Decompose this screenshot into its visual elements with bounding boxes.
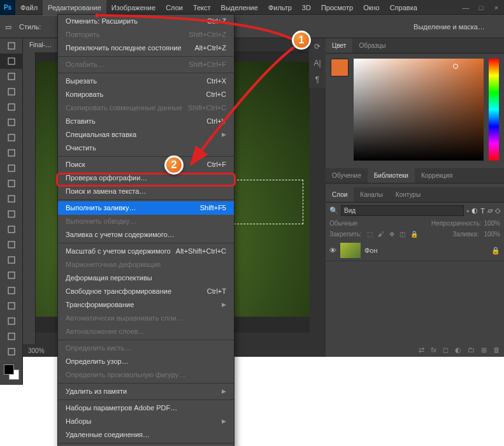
menu-item[interactable]: Свободное трансформированиеCtrl+T (58, 285, 234, 298)
healing-tool-icon[interactable] (0, 145, 23, 161)
wand-tool-icon[interactable] (0, 84, 23, 99)
lasso-tool-icon[interactable] (0, 69, 23, 84)
menu-item[interactable]: ВырезатьCtrl+X (58, 75, 234, 88)
menu-item[interactable]: Поиск и замена текста… (58, 185, 234, 198)
close-icon[interactable]: × (491, 0, 501, 15)
move-tool-icon[interactable] (0, 38, 23, 54)
tab-adjustments[interactable]: Коррекция (415, 168, 459, 183)
minimize-icon[interactable]: — (461, 0, 471, 15)
tab-channels[interactable]: Каналы (354, 187, 389, 202)
menu-файл[interactable]: Файл (15, 0, 43, 15)
maximize-icon[interactable]: □ (476, 0, 486, 15)
filter-smart-icon[interactable]: ◇ (495, 206, 500, 215)
menu-окно[interactable]: Окно (358, 0, 385, 15)
menu-item[interactable]: Масштаб с учетом содержимогоAlt+Shift+Ct… (58, 245, 234, 258)
blend-mode-select[interactable]: Обычные (329, 220, 357, 227)
layer-filter-select[interactable] (341, 205, 464, 216)
lock-artboard-icon[interactable]: ◫ (400, 231, 405, 238)
opacity-value[interactable]: 100% (484, 220, 500, 227)
menu-item[interactable]: Специальная вставка▶ (58, 128, 234, 141)
menu-item[interactable]: Наборы▶ (58, 415, 234, 428)
menu-item[interactable]: Наборы параметров Adobe PDF… (58, 401, 234, 415)
menu-item[interactable]: КопироватьCtrl+C (58, 88, 234, 101)
menu-редактирование[interactable]: Редактирование (43, 0, 106, 15)
type-tool-icon[interactable] (0, 283, 23, 298)
lock-trans-icon[interactable]: ⬚ (367, 231, 373, 238)
menu-item[interactable]: Переключить последнее состояниеAlt+Ctrl+… (58, 41, 234, 55)
file-tab[interactable]: Final-… (23, 38, 58, 52)
filter-adjust-icon[interactable]: ◐ (472, 206, 478, 215)
menu-item[interactable]: Удаленные соединения… (58, 428, 234, 442)
frame-tool-icon[interactable] (0, 115, 23, 130)
menu-item[interactable]: Заливка с учетом содержимого… (58, 228, 234, 241)
eyedropper-tool-icon[interactable] (0, 130, 23, 145)
menu-item[interactable]: Трансформирование▶ (58, 298, 234, 312)
tab-color[interactable]: Цвет (326, 38, 352, 53)
menu-item[interactable]: ВставитьCtrl+V (58, 115, 234, 128)
marquee-tool-icon[interactable] (0, 54, 23, 69)
path-tool-icon[interactable] (0, 298, 23, 313)
group-icon[interactable]: 🗀 (468, 346, 475, 354)
eraser-tool-icon[interactable] (0, 206, 23, 222)
menu-item[interactable]: Удалить из памяти▶ (58, 385, 234, 398)
fg-color[interactable] (4, 364, 14, 375)
tab-layers[interactable]: Слои (326, 187, 354, 202)
adjustment-layer-icon[interactable]: ◐ (455, 346, 461, 354)
brush-tool-icon[interactable] (0, 161, 23, 176)
hand-tool-icon[interactable] (0, 329, 23, 344)
menu-слои[interactable]: Слои (161, 0, 188, 15)
lock-paint-icon[interactable]: 🖌 (378, 231, 384, 238)
search-icon[interactable]: 🔍 (329, 206, 338, 215)
fg-bg-swatches[interactable] (0, 362, 23, 385)
menu-выделение[interactable]: Выделение (216, 0, 263, 15)
mask-icon[interactable]: ◻ (443, 346, 449, 354)
tab-paths[interactable]: Контуры (389, 187, 427, 202)
tab-libraries[interactable]: Библиотеки (368, 168, 415, 183)
menu-просмотр[interactable]: Просмотр (316, 0, 358, 15)
tab-swatches[interactable]: Образцы (352, 38, 392, 53)
stamp-tool-icon[interactable] (0, 176, 23, 191)
zoom-level[interactable]: 300% (28, 347, 45, 354)
lock-move-icon[interactable]: ✥ (389, 231, 394, 238)
fx-icon[interactable]: fx (431, 346, 436, 354)
layer-thumbnail[interactable] (340, 243, 361, 258)
visibility-eye-icon[interactable]: 👁 (329, 247, 336, 254)
lock-all-icon[interactable]: 🔒 (410, 231, 418, 238)
crop-tool-icon[interactable] (0, 99, 23, 115)
menu-item[interactable]: Очистить (58, 141, 234, 155)
menu-изображение[interactable]: Изображение (106, 0, 161, 15)
select-and-mask-button[interactable]: Выделение и маска… (414, 23, 485, 31)
menu-item[interactable]: Проверка орфографии… (58, 171, 234, 185)
menu-item[interactable]: ПоискCtrl+F (58, 158, 234, 171)
blur-tool-icon[interactable] (0, 237, 23, 252)
layer-name[interactable]: Фон (364, 247, 378, 254)
pen-tool-icon[interactable] (0, 268, 23, 283)
menu-item[interactable]: Определить узор… (58, 355, 234, 368)
character-icon[interactable]: A| (309, 55, 326, 71)
filter-text-icon[interactable]: T (480, 207, 485, 215)
delete-layer-icon[interactable]: 🗑 (493, 346, 500, 354)
hue-slider[interactable] (489, 59, 499, 161)
marquee-tool-icon[interactable]: ▭ (5, 23, 11, 31)
fill-value[interactable]: 100% (484, 231, 500, 238)
menu-фильтр[interactable]: Фильтр (263, 0, 297, 15)
paragraph-icon[interactable]: ¶ (309, 71, 326, 88)
layer-row[interactable]: 👁 Фон 🔒 (326, 240, 504, 261)
dodge-tool-icon[interactable] (0, 252, 23, 268)
zoom-tool-icon[interactable] (0, 344, 23, 359)
history-icon[interactable]: ⟳ (309, 38, 326, 55)
menu-текст[interactable]: Текст (188, 0, 216, 15)
filter-image-icon[interactable]: ▫ (466, 207, 469, 215)
color-field[interactable] (354, 59, 484, 161)
filter-shape-icon[interactable]: ▱ (487, 206, 493, 215)
menu-3d[interactable]: 3D (297, 0, 316, 15)
rectangle-tool-icon[interactable] (0, 313, 23, 329)
menu-item[interactable]: Отменить: РасширитьCtrl+Z (58, 15, 234, 28)
menu-item[interactable]: Деформация перспективы (58, 271, 234, 285)
foreground-swatch[interactable] (331, 59, 349, 76)
menu-справка[interactable]: Справка (385, 0, 422, 15)
new-layer-icon[interactable]: ⊞ (481, 346, 487, 354)
menu-item[interactable]: Выполнить заливку…Shift+F5 (58, 201, 234, 215)
tab-learn[interactable]: Обучение (326, 168, 368, 183)
history-brush-tool-icon[interactable] (0, 191, 23, 206)
